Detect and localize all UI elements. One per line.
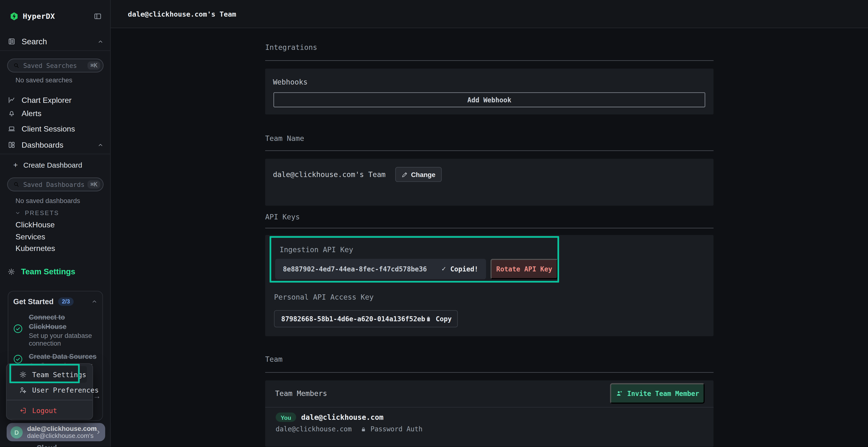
ingestion-key-value[interactable]: 8e887902-4ed7-44ea-8fec-f47cd578be36 ✓ C… bbox=[275, 259, 486, 279]
task-connect-clickhouse[interactable]: Connect to ClickHouse Set up your databa… bbox=[29, 313, 99, 347]
section-divider bbox=[265, 150, 714, 151]
team-members-title: Team Members bbox=[275, 389, 327, 398]
check-circle-icon bbox=[13, 354, 23, 364]
section-title-api-keys: API Keys bbox=[265, 213, 300, 221]
preset-kubernetes[interactable]: Kubernetes bbox=[16, 244, 55, 253]
pencil-icon bbox=[401, 171, 408, 178]
section-title-integrations: Integrations bbox=[265, 43, 317, 51]
menu-item-logout[interactable]: Logout bbox=[12, 403, 87, 418]
main-content: Integrations Webhooks Add Webhook Team N… bbox=[111, 28, 868, 447]
task-title: Create Data Sources bbox=[29, 352, 99, 362]
create-dashboard-label: Create Dashboard bbox=[23, 161, 82, 169]
presets-toggle[interactable]: PRESETS bbox=[15, 209, 59, 217]
change-team-name-button[interactable]: Change bbox=[395, 167, 441, 182]
invite-team-member-button[interactable]: Invite Team Member bbox=[610, 383, 705, 404]
team-name-value: dale@clickhouse.com's Team bbox=[273, 170, 385, 178]
card-divider bbox=[265, 407, 714, 408]
menu-divider bbox=[7, 400, 93, 400]
add-webhook-button[interactable]: Add Webhook bbox=[273, 92, 705, 107]
nav-label: Chart Explorer bbox=[22, 96, 72, 105]
avatar: D bbox=[10, 426, 23, 438]
menu-label: User Preferences bbox=[32, 386, 99, 394]
preset-services[interactable]: Services bbox=[16, 232, 45, 241]
team-settings-label: Team Settings bbox=[21, 267, 75, 276]
sidebar-header: HyperDX bbox=[9, 8, 102, 24]
section-title-team-name: Team Name bbox=[265, 134, 304, 143]
rotate-api-key-button[interactable]: Rotate API Key bbox=[490, 259, 558, 279]
ingestion-key-label: Ingestion API Key bbox=[279, 245, 353, 253]
logout-icon bbox=[19, 407, 27, 414]
copy-label: Copy bbox=[436, 315, 452, 323]
personal-key-label: Personal API Access Key bbox=[274, 293, 373, 301]
check-icon: ✓ bbox=[441, 265, 446, 273]
account-email: dale@clickhouse.com bbox=[27, 425, 95, 432]
shortcut-badge: ⌘K bbox=[88, 180, 100, 188]
sidebar-item-dashboards[interactable]: Dashboards bbox=[8, 138, 103, 151]
webhooks-card: Webhooks Add Webhook bbox=[265, 69, 714, 115]
clipboard-icon bbox=[425, 315, 432, 322]
member-email: dale@clickhouse.com bbox=[301, 413, 383, 421]
user-gear-icon bbox=[19, 386, 27, 393]
page-title: dale@clickhouse.com's Team bbox=[128, 0, 236, 28]
sidebar-item-team-settings[interactable]: Team Settings bbox=[8, 265, 103, 278]
chevron-up-icon[interactable] bbox=[97, 38, 103, 44]
check-circle-icon bbox=[13, 324, 23, 333]
section-title-team: Team bbox=[265, 355, 283, 363]
hyperdx-logo-icon bbox=[9, 11, 19, 21]
team-name-card: dale@clickhouse.com's Team Change bbox=[265, 159, 714, 206]
account-menu: Team Settings User Preferences Logout bbox=[6, 363, 93, 419]
saved-searches-input[interactable]: Saved Searches ⌘K bbox=[7, 59, 103, 72]
app-window: HyperDX Search Saved Searches ⌘K No save… bbox=[0, 0, 868, 447]
saved-dashboards-input[interactable]: Saved Dashboards ⌘K bbox=[7, 177, 103, 191]
nav-label: Alerts bbox=[22, 109, 41, 118]
nav-label: Dashboards bbox=[22, 140, 63, 149]
search-journal-icon bbox=[8, 38, 16, 45]
brand-name: HyperDX bbox=[23, 11, 55, 21]
laptop-icon bbox=[8, 125, 16, 133]
sidebar: HyperDX Search Saved Searches ⌘K No save… bbox=[0, 0, 111, 447]
saved-searches-placeholder: Saved Searches bbox=[23, 62, 77, 69]
sidebar-divider bbox=[0, 153, 110, 154]
preset-clickhouse[interactable]: ClickHouse bbox=[16, 220, 55, 229]
you-badge: You bbox=[276, 413, 296, 422]
collapse-sidebar-icon[interactable] bbox=[94, 12, 102, 20]
account-team: dale@clickhouse.com's bbox=[27, 432, 95, 439]
sidebar-item-chart-explorer[interactable]: Chart Explorer bbox=[8, 94, 103, 107]
chevron-up-icon[interactable] bbox=[91, 299, 97, 305]
settings-column: Integrations Webhooks Add Webhook Team N… bbox=[265, 28, 714, 447]
section-divider bbox=[265, 372, 714, 373]
bell-icon bbox=[8, 110, 16, 117]
menu-item-team-settings[interactable]: Team Settings bbox=[12, 366, 87, 383]
dashboard-grid-icon bbox=[8, 141, 16, 148]
chevron-up-icon[interactable] bbox=[97, 142, 103, 148]
gear-icon bbox=[19, 371, 27, 378]
chevron-right-icon bbox=[95, 429, 101, 435]
team-members-card: Team Members Invite Team Member You dale… bbox=[265, 381, 714, 447]
ingestion-key-text: 8e887902-4ed7-44ea-8fec-f47cd578be36 bbox=[283, 265, 427, 273]
chart-icon bbox=[8, 96, 16, 104]
task-desc: Set up your database bbox=[29, 332, 99, 340]
nav-label: Client Sessions bbox=[22, 125, 75, 133]
task-title: Connect to bbox=[29, 313, 99, 322]
api-keys-card: Ingestion API Key 8e887902-4ed7-44ea-8fe… bbox=[265, 235, 714, 336]
section-divider bbox=[265, 60, 714, 61]
magnifier-icon bbox=[13, 62, 19, 68]
get-started-header[interactable]: Get Started 2/3 bbox=[13, 297, 97, 306]
sidebar-item-client-sessions[interactable]: Client Sessions bbox=[8, 122, 103, 135]
menu-item-user-preferences[interactable]: User Preferences bbox=[12, 383, 87, 397]
account-text: dale@clickhouse.com dale@clickhouse.com'… bbox=[27, 425, 95, 439]
auth-method: Password Auth bbox=[371, 425, 423, 433]
create-dashboard-button[interactable]: + Create Dashboard bbox=[13, 159, 82, 171]
sidebar-item-alerts[interactable]: Alerts bbox=[8, 107, 103, 120]
magnifier-icon bbox=[13, 181, 19, 187]
personal-key-value[interactable]: 87982668-58b1-4d6e-a620-014a136f52eb Cop… bbox=[274, 310, 458, 327]
task-desc: connection bbox=[29, 340, 99, 347]
shortcut-badge: ⌘K bbox=[88, 61, 100, 69]
plus-icon: + bbox=[13, 161, 18, 169]
sidebar-divider bbox=[0, 50, 110, 51]
sidebar-section-search[interactable]: Search bbox=[8, 35, 103, 48]
no-saved-dashboards-note: No saved dashboards bbox=[16, 197, 80, 204]
account-button[interactable]: D dale@clickhouse.com dale@clickhouse.co… bbox=[7, 423, 105, 441]
copy-button[interactable]: Copy bbox=[425, 315, 452, 323]
saved-dashboards-placeholder: Saved Dashboards bbox=[23, 181, 84, 188]
